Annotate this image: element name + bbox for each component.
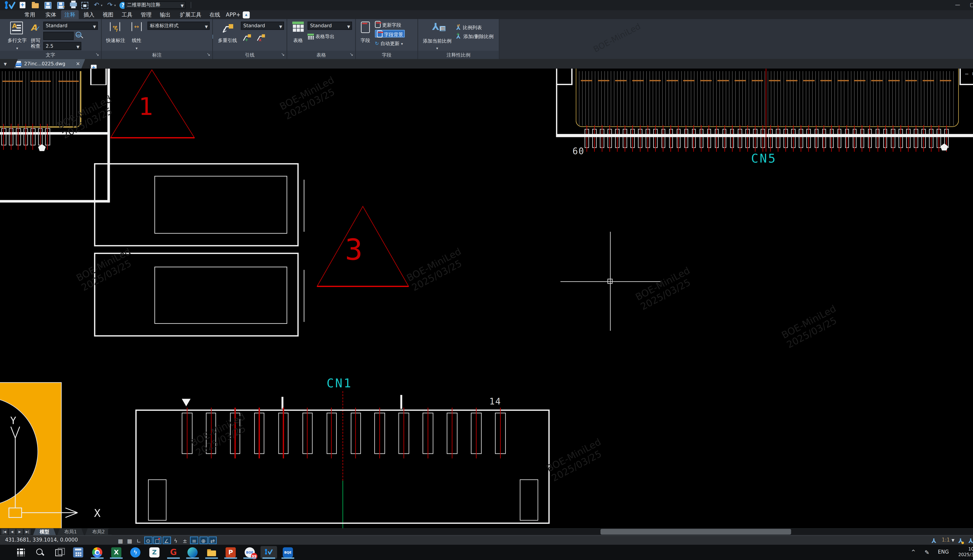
add-delete-scale-button[interactable]: Y + 添加/删除比例 — [456, 32, 493, 40]
last-layout-button[interactable]: ▶| — [24, 529, 30, 535]
ribbon-tab-3[interactable]: 注释 — [61, 10, 79, 19]
status-toggle-dynamic-input[interactable]: ϟ — [172, 537, 180, 544]
status-toggle-ortho-mode[interactable]: ∟ — [135, 537, 143, 544]
auto-update-button[interactable]: ↻ 自动更新 ▾ — [375, 40, 403, 48]
ribbon-tab-4[interactable]: 插入 — [80, 10, 98, 19]
text-search-field[interactable] — [43, 32, 74, 40]
mdi-restore-button[interactable]: ⧉ — [972, 71, 973, 78]
taskbar-app-communicator[interactable]: BOE99 — [241, 546, 258, 558]
open-button[interactable] — [30, 1, 41, 10]
add-leader-button[interactable]: + — [242, 33, 252, 42]
dim-style-dropdown[interactable]: 标准标注样式▼ — [147, 22, 210, 30]
layout-tab-2[interactable]: 布局1 — [57, 528, 84, 535]
status-toggle-object-snap-tracking[interactable]: ∠ — [162, 537, 171, 544]
status-toggle-polar-tracking[interactable]: ⊙ — [144, 537, 152, 544]
taskbar-app-task-view[interactable] — [51, 546, 67, 558]
first-layout-button[interactable]: |◀ — [2, 529, 8, 535]
horizontal-scrollbar[interactable] — [108, 529, 973, 535]
workspace-dropdown[interactable]: 二维草图与注释 ▼ — [125, 2, 186, 9]
save-as-button[interactable]: → — [56, 1, 66, 10]
taskbar-app-calculator[interactable] — [70, 546, 86, 558]
status-toggle-lineweight-display[interactable]: ± — [181, 537, 189, 544]
next-layout-button[interactable]: ▶ — [17, 529, 23, 535]
annotation-visibility-icon[interactable]: Y — [931, 536, 936, 545]
workspace-label: 二维草图与注释 — [127, 2, 160, 8]
panel-table-launcher[interactable]: ↘ — [349, 52, 353, 58]
ribbon-tab-6[interactable]: 工具 — [118, 10, 136, 19]
panel-dim-launcher[interactable]: ↘ — [207, 52, 211, 58]
table-export-button[interactable]: 表格导出 — [308, 33, 334, 41]
running-indicator — [205, 557, 218, 559]
taskbar-app-chrome[interactable] — [89, 546, 105, 558]
drawing-watermark: BOE-MiniLed2025/03/25 — [780, 303, 843, 351]
minimize-button[interactable]: — — [951, 0, 965, 10]
status-toggle-grid-display[interactable]: ▦ — [125, 537, 134, 544]
panel-text-launcher[interactable]: ↘ — [95, 52, 99, 58]
plot-preview-button[interactable] — [80, 1, 90, 10]
save-button[interactable] — [43, 1, 53, 10]
document-tab[interactable]: 27inc...0225.dwg × — [14, 59, 85, 68]
ribbon-tab-5[interactable]: 视图 — [99, 10, 117, 19]
status-toggle-annotation-monitor[interactable]: ⊕ — [199, 537, 207, 544]
status-toggle-selection-cycling[interactable]: ⇄ — [208, 537, 217, 544]
ribbon-tab-1[interactable]: 常用 — [19, 10, 41, 19]
excel-icon: X — [111, 547, 121, 557]
taskbar-app-bqe[interactable]: BQE — [280, 546, 296, 558]
drawing-canvas[interactable]: 1 3 60 CN5 − ⧉ × C — [0, 68, 973, 528]
cn5-bottom-bar — [556, 134, 973, 137]
update-field-button[interactable]: 更新字段 — [375, 21, 401, 28]
redo-dropdown[interactable]: ▾ — [112, 1, 117, 10]
ribbon-tab-10[interactable]: 在线 — [207, 10, 222, 19]
pen-icon[interactable]: ✎ — [925, 545, 930, 560]
annotation-scale-button[interactable]: 1:1 ▼ — [942, 536, 954, 545]
taskbar-app-messenger[interactable]: ϟ — [127, 546, 144, 558]
spell-check-button[interactable]: A✓ 拼写 检查 — [29, 21, 42, 33]
horizontal-scroll-thumb[interactable] — [600, 529, 791, 535]
autoscale-icon[interactable]: Y — [958, 536, 963, 545]
taskbar-app-edge[interactable] — [184, 546, 201, 558]
ribbon-tab-8[interactable]: 输出 — [156, 10, 174, 19]
ribbon-collapse-button[interactable]: ▴ — [242, 12, 250, 18]
scale-list-button[interactable]: Y ⇄ 比例列表 — [456, 23, 482, 31]
find-text-icon[interactable]: ABC — [76, 32, 83, 39]
taskbar-app-gstarcad[interactable]: G — [165, 546, 182, 558]
status-toggle-object-snap[interactable]: ▢ — [153, 537, 161, 544]
taskbar-app-file-explorer[interactable] — [203, 546, 220, 558]
taskbar-app-powerpoint[interactable]: P — [222, 546, 239, 558]
maximize-button[interactable]: ▢ — [965, 0, 973, 10]
gstarcad-icon: G — [168, 547, 179, 557]
table-style-dropdown[interactable]: Standard▼ — [308, 22, 352, 30]
prev-layout-button[interactable]: ◀ — [9, 529, 15, 535]
panel-leader-launcher[interactable]: ↘ — [281, 52, 285, 58]
print-button[interactable] — [69, 1, 79, 10]
ribbon-tab-9[interactable]: 扩展工具 — [176, 10, 206, 19]
field-background-button[interactable]: 字段背景 — [375, 30, 405, 37]
ribbon-tab-2[interactable]: 实体 — [42, 10, 60, 19]
ribbon-tab-11[interactable]: APP+ — [224, 10, 242, 19]
text-height-dropdown[interactable]: 2.5▼ — [43, 42, 81, 50]
panel-text: A 多行文字 ▾ A✓ 拼写 检查 Standard▼ ABC 2.5▼ 文字 — [0, 19, 102, 59]
mdi-minimize-button[interactable]: − — [965, 71, 969, 78]
mleader-style-dropdown[interactable]: Standard▼ — [241, 22, 284, 30]
layout-tab-1[interactable]: 模型 — [33, 528, 56, 535]
taskbar-app-z-app[interactable]: Z — [146, 546, 163, 558]
language-indicator[interactable]: ENG — [938, 545, 949, 560]
cn1-outline — [135, 410, 550, 524]
text-style-dropdown[interactable]: Standard▼ — [43, 22, 98, 30]
status-toggle-quick-properties[interactable]: ≡ — [190, 537, 198, 544]
ribbon-tab-7[interactable]: 管理 — [137, 10, 155, 19]
taskbar-app-cad-current[interactable] — [261, 546, 277, 558]
remove-leader-button[interactable]: x — [256, 33, 266, 42]
doc-list-dropdown[interactable]: ▼ — [4, 62, 7, 66]
new-button[interactable]: + — [18, 1, 28, 10]
communicator-icon: BOE99 — [245, 547, 255, 557]
taskbar-app-start[interactable] — [13, 546, 29, 558]
annotation-refresh-icon[interactable]: Yϟ — [968, 536, 973, 545]
clock[interactable]: 10:42 2025/3/25 — [952, 545, 973, 560]
undo-dropdown[interactable]: ▾ — [99, 1, 104, 10]
taskbar-app-excel[interactable]: X — [108, 546, 125, 558]
status-toggle-viewport-grid[interactable]: ▦ — [116, 537, 125, 544]
taskbar-app-search[interactable] — [32, 546, 48, 558]
tab-close-icon[interactable]: × — [76, 59, 80, 68]
hidden-icons-chevron[interactable]: ^ — [911, 545, 915, 560]
